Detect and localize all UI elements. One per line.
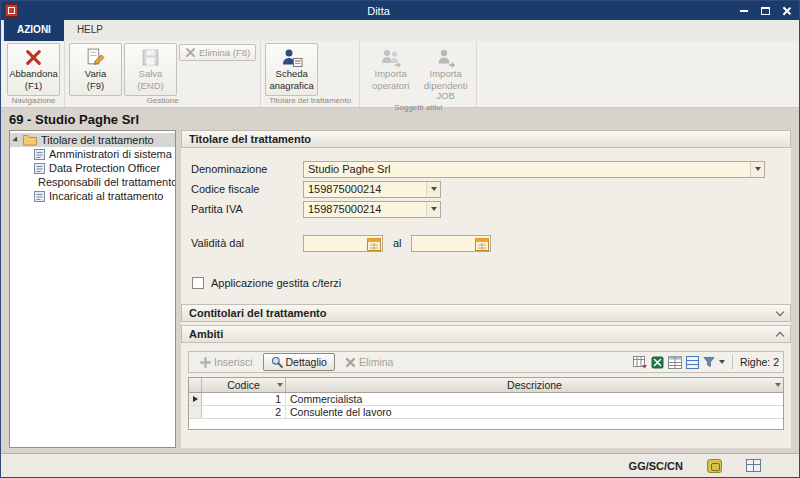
scheda-anagrafica-button[interactable]: Scheda anagrafica	[265, 43, 318, 96]
delete-icon	[185, 47, 196, 58]
tree-item-amministratori[interactable]: Amministratori di sistema	[10, 147, 175, 161]
codice-fiscale-value: 159875000214	[308, 183, 381, 195]
chevron-down-icon[interactable]	[719, 360, 725, 364]
grid-cell-descrizione[interactable]: Consulente del lavoro	[286, 406, 783, 418]
salva-button[interactable]: Salva (END)	[124, 43, 177, 96]
filter-arrow-icon[interactable]	[277, 383, 283, 387]
codice-fiscale-dropdown[interactable]	[426, 182, 440, 197]
terzi-checkbox[interactable]	[192, 277, 204, 289]
page-title: 69 - Studio Paghe Srl	[1, 108, 799, 130]
grid-cell-codice[interactable]: 1	[202, 393, 286, 405]
grid-row[interactable]: 1 Commercialista	[189, 393, 783, 406]
varia-button[interactable]: Varia (F9)	[69, 43, 122, 96]
grid-view-icon[interactable]	[686, 356, 699, 369]
status-grid-icon[interactable]	[746, 459, 761, 472]
grid-row[interactable]: 2 Consulente del lavoro	[189, 406, 783, 419]
status-key-icon[interactable]	[707, 459, 722, 473]
varia-label-line1: Varia	[85, 69, 106, 80]
tree-item-dpo[interactable]: Data Protection Officer	[10, 161, 175, 175]
importa-dipendenti-button[interactable]: Importa dipendenti JOB	[419, 43, 472, 103]
section-header-contitolari[interactable]: Contitolari del trattamento	[181, 304, 791, 322]
abbandona-button[interactable]: Abbandona (F1)	[7, 43, 60, 96]
section-header-titolare[interactable]: Titolare del trattamento	[181, 130, 791, 148]
group-label-gestione: Gestione	[65, 96, 260, 107]
tree-root-item[interactable]: Titolare del trattamento	[10, 133, 175, 147]
list-icon	[34, 163, 45, 174]
row-selector[interactable]	[189, 406, 202, 418]
close-button[interactable]	[777, 4, 795, 18]
tree-item-responsabili[interactable]: Responsabili del trattamento	[10, 175, 175, 189]
maximize-button[interactable]	[756, 4, 774, 18]
section-titolare-title: Titolare del trattamento	[189, 133, 311, 145]
al-label: al	[393, 237, 402, 249]
chevron-down-icon	[431, 207, 437, 211]
grid-header-descrizione[interactable]: Descrizione	[286, 378, 783, 392]
app-window: Ditta AZIONI HELP Abbandona (F1) Navigaz…	[0, 0, 800, 478]
content-panel: Titolare del trattamento Denominazione S…	[181, 130, 791, 448]
tree-root-label: Titolare del trattamento	[41, 134, 154, 146]
importa-dipendenti-line1: Importa	[430, 69, 462, 80]
elimina-ribbon-button[interactable]: Elimina (F8)	[179, 44, 256, 61]
chevron-up-icon	[776, 331, 784, 339]
denominazione-dropdown[interactable]	[750, 162, 764, 177]
section-ambiti-title: Ambiti	[189, 328, 223, 340]
exit-icon	[23, 47, 44, 68]
calendar-icon[interactable]	[475, 237, 489, 251]
dettaglio-button[interactable]: Dettaglio	[263, 353, 335, 371]
grid-cell-descrizione[interactable]: Commercialista	[286, 393, 783, 405]
main-body: Titolare del trattamento Amministratori …	[1, 130, 799, 453]
importa-operatori-button[interactable]: Importa operatori	[364, 43, 417, 96]
grid-header-codice[interactable]: Codice	[202, 378, 286, 392]
calendar-icon[interactable]	[367, 237, 381, 251]
validita-al-field[interactable]	[411, 235, 491, 252]
salva-label-line2: (END)	[137, 81, 163, 92]
section-header-ambiti[interactable]: Ambiti	[181, 325, 791, 343]
tab-azioni[interactable]: AZIONI	[4, 20, 64, 41]
scheda-label-line1: Scheda	[276, 69, 308, 80]
folder-icon	[23, 134, 37, 146]
partita-iva-combo[interactable]: 159875000214	[303, 201, 441, 218]
filter-arrow-icon[interactable]	[775, 383, 781, 387]
grid-header-row: Codice Descrizione	[189, 378, 783, 393]
grid-cell-codice[interactable]: 2	[202, 406, 286, 418]
inserisci-label: Inserisci	[214, 356, 253, 368]
list-icon	[34, 149, 45, 160]
grid-header-codice-label: Codice	[227, 379, 260, 391]
denominazione-combo[interactable]: Studio Paghe Srl	[303, 161, 765, 178]
denominazione-value: Studio Paghe Srl	[308, 163, 391, 175]
codice-fiscale-combo[interactable]: 159875000214	[303, 181, 441, 198]
inserisci-button[interactable]: Inserisci	[193, 353, 260, 371]
group-label-navigazione: Navigazione	[3, 96, 64, 107]
importa-operatori-line1: Importa	[375, 69, 407, 80]
ribbon-tabstrip: AZIONI HELP	[1, 20, 799, 41]
navigation-tree: Titolare del trattamento Amministratori …	[9, 130, 176, 448]
tree-item-label: Amministratori di sistema	[49, 148, 172, 160]
app-icon	[5, 4, 18, 17]
export-table-icon[interactable]	[633, 356, 647, 369]
tree-item-incaricati[interactable]: Incaricati al trattamento	[10, 189, 175, 203]
row-selector[interactable]	[189, 393, 202, 405]
tab-help[interactable]: HELP	[64, 20, 116, 41]
magnifier-icon	[271, 356, 283, 368]
row-count-label: Righe: 2	[740, 356, 779, 368]
varia-label-line2: (F9)	[87, 81, 104, 92]
elimina-grid-button[interactable]: Elimina	[338, 353, 400, 371]
chevron-down-icon	[776, 308, 784, 316]
validita-dal-field[interactable]	[303, 235, 383, 252]
chevron-down-icon	[431, 187, 437, 191]
excel-export-icon[interactable]	[651, 356, 664, 369]
partita-iva-dropdown[interactable]	[426, 202, 440, 217]
salva-label-line1: Salva	[139, 69, 163, 80]
plus-icon	[200, 357, 211, 368]
terzi-checkbox-label: Applicazione gestita c/terzi	[211, 277, 341, 289]
filter-icon[interactable]	[703, 356, 715, 368]
tree-expander-icon[interactable]	[12, 136, 19, 143]
ribbon-group-titolare: Scheda anagrafica Titolare del trattamen…	[261, 41, 360, 107]
delete-icon	[345, 357, 356, 368]
codice-fiscale-label: Codice fiscale	[191, 183, 303, 195]
list-icon	[34, 191, 45, 202]
grid-empty-area	[189, 419, 783, 429]
grid-toolbar: Inserisci Dettaglio Elimina	[188, 351, 784, 373]
table-icon[interactable]	[668, 356, 682, 369]
minimize-button[interactable]	[735, 4, 753, 18]
